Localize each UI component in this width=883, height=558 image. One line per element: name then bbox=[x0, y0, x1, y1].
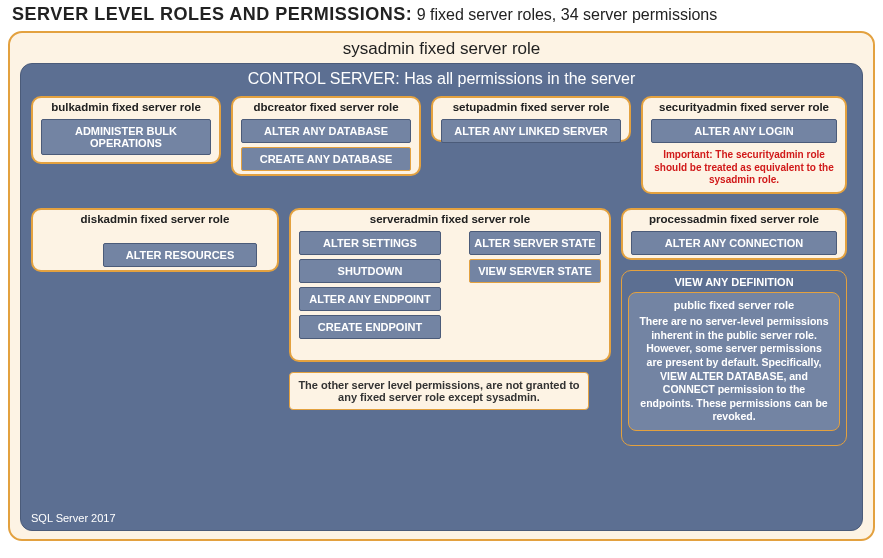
role-setupadmin: setupadmin fixed server role ALTER ANY L… bbox=[431, 96, 631, 142]
title-rest: 9 fixed server roles, 34 server permissi… bbox=[412, 6, 717, 23]
role-title: bulkadmin fixed server role bbox=[33, 98, 219, 115]
perm-view-server-state: VIEW SERVER STATE bbox=[469, 259, 601, 283]
title-bold: SERVER LEVEL ROLES AND PERMISSIONS: bbox=[12, 4, 412, 24]
role-title: dbcreator fixed server role bbox=[233, 98, 419, 115]
role-serveradmin: serveradmin fixed server role ALTER SETT… bbox=[289, 208, 611, 362]
perm-alter-any-linked-server: ALTER ANY LINKED SERVER bbox=[441, 119, 621, 143]
other-permissions-note: The other server level permissions, are … bbox=[289, 372, 589, 410]
role-title: setupadmin fixed server role bbox=[433, 98, 629, 115]
view-any-definition-title: VIEW ANY DEFINITION bbox=[628, 274, 840, 292]
view-any-definition-box: VIEW ANY DEFINITION public fixed server … bbox=[621, 270, 847, 446]
role-public: public fixed server role There are no se… bbox=[628, 292, 840, 431]
role-processadmin: processadmin fixed server role ALTER ANY… bbox=[621, 208, 847, 260]
perm-alter-any-database: ALTER ANY DATABASE bbox=[241, 119, 411, 143]
perm-create-endpoint: CREATE ENDPOINT bbox=[299, 315, 441, 339]
perm-shutdown: SHUTDOWN bbox=[299, 259, 441, 283]
public-text: There are no server-level permissions in… bbox=[637, 315, 831, 424]
role-title: serveradmin fixed server role bbox=[291, 210, 609, 227]
role-bulkadmin: bulkadmin fixed server role ADMINISTER B… bbox=[31, 96, 221, 164]
perm-administer-bulk-operations: ADMINISTER BULK OPERATIONS bbox=[41, 119, 211, 155]
perm-alter-resources: ALTER RESOURCES bbox=[103, 243, 257, 267]
version-label: SQL Server 2017 bbox=[31, 512, 116, 524]
sysadmin-label: sysadmin fixed server role bbox=[20, 37, 863, 63]
role-title: securityadmin fixed server role bbox=[643, 98, 845, 115]
perm-alter-any-endpoint: ALTER ANY ENDPOINT bbox=[299, 287, 441, 311]
perm-create-any-database: CREATE ANY DATABASE bbox=[241, 147, 411, 171]
role-securityadmin: securityadmin fixed server role ALTER AN… bbox=[641, 96, 847, 194]
control-server-box: CONTROL SERVER: Has all permissions in t… bbox=[20, 63, 863, 531]
control-server-label: CONTROL SERVER: Has all permissions in t… bbox=[29, 68, 854, 94]
perm-alter-any-login: ALTER ANY LOGIN bbox=[651, 119, 837, 143]
page-title: SERVER LEVEL ROLES AND PERMISSIONS: 9 fi… bbox=[0, 0, 883, 31]
role-title: diskadmin fixed server role bbox=[33, 210, 277, 227]
sysadmin-role-box: sysadmin fixed server role CONTROL SERVE… bbox=[8, 31, 875, 541]
perm-alter-any-connection: ALTER ANY CONNECTION bbox=[631, 231, 837, 255]
role-dbcreator: dbcreator fixed server role ALTER ANY DA… bbox=[231, 96, 421, 176]
public-title: public fixed server role bbox=[637, 297, 831, 315]
role-title: processadmin fixed server role bbox=[623, 210, 845, 227]
securityadmin-warning: Important: The securityadmin role should… bbox=[643, 147, 845, 191]
role-diskadmin: diskadmin fixed server role ALTER RESOUR… bbox=[31, 208, 279, 272]
perm-alter-settings: ALTER SETTINGS bbox=[299, 231, 441, 255]
perm-alter-server-state: ALTER SERVER STATE bbox=[469, 231, 601, 255]
